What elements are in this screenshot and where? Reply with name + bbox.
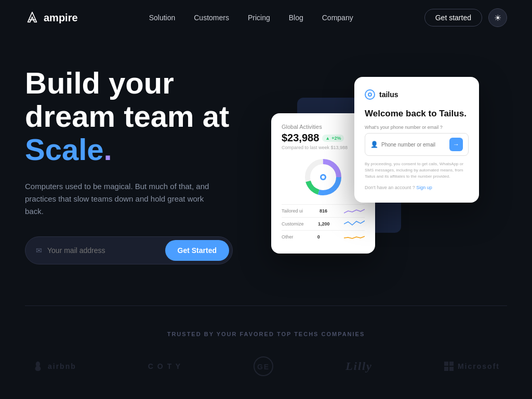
trusted-section: TRUSTED BY YOUR FAVORED TOP TECHS COMPAN… — [0, 306, 532, 399]
email-icon: ✉ — [36, 246, 42, 255]
signup-link[interactable]: Sign up — [416, 185, 432, 190]
svg-rect-15 — [449, 367, 454, 371]
microsoft-logo: Microsoft — [444, 362, 500, 371]
tailus-question: What's your phone number or email ? — [365, 125, 469, 130]
tailus-login-card: tailus Welcome back to Tailus. What's yo… — [354, 77, 479, 203]
hero-subtitle: Computers used to be magical. But much o… — [25, 180, 222, 218]
logo[interactable]: ampire — [25, 10, 78, 25]
svg-point-9 — [369, 94, 371, 96]
user-icon: 👤 — [370, 141, 378, 148]
nav-solution[interactable]: Solution — [149, 14, 176, 22]
get-started-button[interactable]: Get Started — [165, 240, 229, 261]
theme-toggle-button[interactable]: ☀ — [488, 8, 507, 27]
nav-cta-button[interactable]: Get started — [424, 9, 482, 26]
svg-rect-14 — [444, 367, 448, 371]
analytics-row-tailored: Tailored ui 816 — [282, 204, 365, 217]
tailus-logo-text: tailus — [379, 90, 398, 99]
logo-text: ampire — [44, 12, 78, 24]
svg-point-6 — [322, 176, 325, 179]
tailus-signup: Don't have an account ? Sign up — [365, 185, 469, 190]
hero-section: Build your dream team at Scale. Computer… — [0, 35, 532, 305]
tailus-terms: By proceeding, you consent to get calls,… — [365, 161, 469, 180]
nav-blog[interactable]: Blog — [289, 14, 303, 22]
nav-company[interactable]: Company — [322, 14, 353, 22]
navbar: ampire Solution Customers Pricing Blog C… — [0, 0, 532, 35]
brand-logos-row: airbnb C O T Y GE Lilly Microsoft — [32, 356, 500, 377]
airbnb-text: airbnb — [48, 362, 76, 370]
nav-links: Solution Customers Pricing Blog Company — [149, 13, 353, 22]
sun-icon: ☀ — [494, 13, 501, 23]
lilly-logo: Lilly — [345, 360, 373, 373]
microsoft-text: Microsoft — [458, 362, 500, 370]
tailus-logo: tailus — [365, 89, 469, 100]
svg-rect-13 — [449, 362, 454, 366]
email-form: ✉ Get Started — [25, 236, 233, 264]
svg-rect-12 — [444, 362, 448, 366]
analytics-compare: Compared to last week $13,988 — [282, 145, 365, 150]
analytics-row-customize: Customize 1,200 — [282, 217, 365, 230]
tailus-input-wrap: 👤 → — [365, 133, 469, 156]
analytics-badge: ▲ +2% — [322, 135, 344, 142]
coty-text: C O T Y — [148, 362, 181, 370]
coty-logo: C O T Y — [148, 362, 181, 370]
hero-title: Build your dream team at Scale. — [25, 66, 266, 166]
hero-title-highlight: Scale — [25, 132, 104, 166]
airbnb-logo: airbnb — [32, 361, 76, 372]
hero-illustrations: Global Activities $23,988 ▲ +2% Compared… — [266, 66, 507, 285]
lilly-text: Lilly — [345, 360, 373, 373]
svg-text:GE: GE — [257, 363, 270, 371]
nav-customers[interactable]: Customers — [194, 14, 229, 22]
ge-logo: GE — [253, 356, 274, 377]
tailus-title: Welcome back to Tailus. — [365, 108, 469, 119]
send-button[interactable]: → — [449, 138, 463, 151]
up-icon: ▲ — [325, 136, 330, 141]
email-input[interactable] — [47, 246, 165, 255]
donut-chart — [282, 156, 365, 198]
nav-actions: Get started ☀ — [424, 8, 507, 27]
phone-email-input[interactable] — [381, 142, 449, 148]
nav-pricing[interactable]: Pricing — [248, 14, 270, 22]
analytics-amount: $23,988 — [282, 132, 319, 144]
analytics-row-other: Other 0 — [282, 230, 365, 243]
trusted-label: TRUSTED BY YOUR FAVORED TOP TECHS COMPAN… — [25, 331, 507, 337]
analytics-title: Global Activities — [282, 124, 365, 130]
hero-content: Build your dream team at Scale. Computer… — [25, 66, 266, 264]
